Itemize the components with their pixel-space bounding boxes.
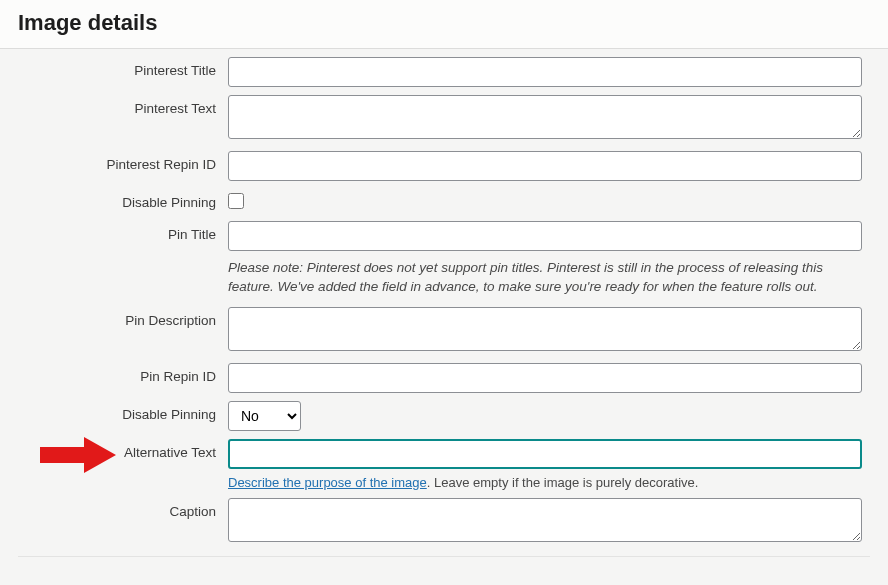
input-caption[interactable] xyxy=(228,498,862,542)
dialog-header: Image details xyxy=(0,0,888,49)
field-pin-description: Pin Description xyxy=(0,303,888,359)
divider xyxy=(18,556,870,557)
input-alternative-text[interactable] xyxy=(228,439,862,469)
field-alternative-text: Alternative Text Describe the purpose of… xyxy=(0,435,888,494)
page-title: Image details xyxy=(18,10,870,36)
field-disable-pinning-select: Disable Pinning No Yes xyxy=(0,397,888,435)
input-pin-title[interactable] xyxy=(228,221,862,251)
svg-marker-0 xyxy=(40,437,116,473)
input-pin-description[interactable] xyxy=(228,307,862,351)
field-pin-title: Pin Title xyxy=(0,217,888,255)
label-pinterest-text: Pinterest Text xyxy=(0,95,228,116)
input-pin-repin-id[interactable] xyxy=(228,363,862,393)
pin-title-note-row: Please note: Pinterest does not yet supp… xyxy=(0,255,888,303)
field-pinterest-repin-id: Pinterest Repin ID xyxy=(0,147,888,185)
label-pin-description: Pin Description xyxy=(0,307,228,328)
alternative-text-help: Describe the purpose of the image. Leave… xyxy=(228,469,862,490)
field-pin-repin-id: Pin Repin ID xyxy=(0,359,888,397)
label-pinterest-repin-id: Pinterest Repin ID xyxy=(0,151,228,172)
label-pin-repin-id: Pin Repin ID xyxy=(0,363,228,384)
image-details-form: Pinterest Title Pinterest Text Pinterest… xyxy=(0,49,888,557)
label-disable-pinning-checkbox: Disable Pinning xyxy=(0,189,228,210)
label-pinterest-title: Pinterest Title xyxy=(0,57,228,78)
pin-title-note: Please note: Pinterest does not yet supp… xyxy=(228,257,862,297)
alternative-text-help-suffix: . Leave empty if the image is purely dec… xyxy=(427,475,699,490)
field-caption: Caption xyxy=(0,494,888,550)
link-describe-purpose[interactable]: Describe the purpose of the image xyxy=(228,475,427,490)
field-pinterest-title: Pinterest Title xyxy=(0,53,888,91)
field-disable-pinning-checkbox: Disable Pinning xyxy=(0,185,888,217)
label-caption: Caption xyxy=(0,498,228,519)
checkbox-disable-pinning[interactable] xyxy=(228,193,244,209)
input-pinterest-title[interactable] xyxy=(228,57,862,87)
field-pinterest-text: Pinterest Text xyxy=(0,91,888,147)
select-disable-pinning[interactable]: No Yes xyxy=(228,401,301,431)
label-disable-pinning-select: Disable Pinning xyxy=(0,401,228,422)
input-pinterest-text[interactable] xyxy=(228,95,862,139)
label-pin-title: Pin Title xyxy=(0,221,228,242)
input-pinterest-repin-id[interactable] xyxy=(228,151,862,181)
arrow-right-icon xyxy=(36,435,120,475)
red-arrow-annotation xyxy=(36,435,120,475)
